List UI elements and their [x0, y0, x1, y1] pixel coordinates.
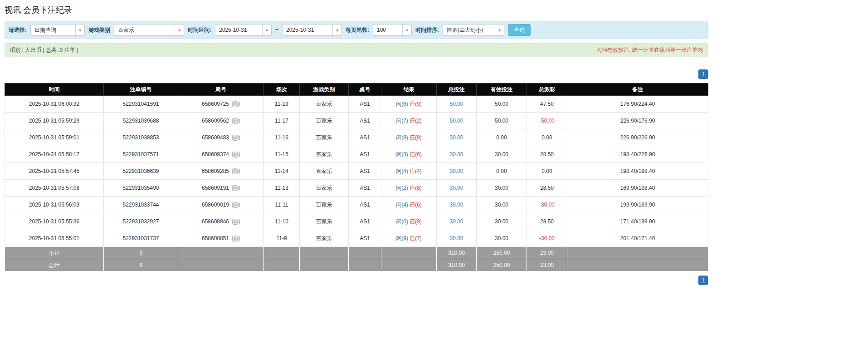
search-button[interactable]: 查询 [508, 24, 531, 36]
cell-empty [300, 259, 349, 271]
col-table: 桌号 [349, 84, 381, 96]
video-replay-icon[interactable] [232, 118, 240, 124]
cell-table: AS1 [349, 197, 381, 213]
video-replay-icon[interactable] [232, 236, 240, 242]
cell-empty [349, 247, 381, 259]
grand-total-total-bet: 310.00 [437, 259, 477, 271]
cell-round: 658609562 [178, 113, 264, 129]
video-replay-icon[interactable] [232, 152, 240, 158]
round-id: 658609725 [202, 101, 229, 107]
cell-bet-id: 522931036639 [104, 163, 178, 180]
cell-empty [381, 259, 437, 271]
cell-valid-bet: 30.00 [477, 180, 527, 197]
cell-session: 11-17 [264, 113, 300, 129]
table-row: 2025-10-31 05:57:08 522931035490 6586091… [5, 180, 708, 197]
total-bet-link[interactable]: 30.00 [449, 218, 463, 225]
result-banker: 庄(8) [410, 134, 422, 141]
cell-session: 11-15 [264, 146, 300, 163]
total-bet-link[interactable]: 50.00 [449, 118, 463, 124]
cell-game-type: 百家乐 [300, 163, 349, 180]
cell-result: 闲(8) 庄(8) [381, 129, 437, 146]
cell-time: 2025-10-31 05:59:01 [5, 129, 104, 146]
cell-game-type: 百家乐 [300, 230, 349, 247]
cell-empty [178, 259, 264, 271]
cell-payout: 0.00 [527, 129, 567, 146]
total-bet-link[interactable]: 30.00 [449, 134, 463, 141]
result-player: 闲(9) [396, 235, 408, 242]
total-bet-link[interactable]: 50.00 [449, 101, 463, 107]
cell-payout: -30.00 [527, 197, 567, 213]
cell-game-type: 百家乐 [300, 197, 349, 213]
chevron-down-icon: ▾ [332, 25, 341, 35]
cell-bet-id: 522931032927 [104, 213, 178, 230]
cell-payout: 47.50 [527, 96, 567, 113]
cell-table: AS1 [349, 180, 381, 197]
video-replay-icon[interactable] [232, 135, 240, 141]
cell-game-type: 百家乐 [300, 146, 349, 163]
table-row: 2025-10-31 05:56:03 522931033744 6586090… [5, 197, 708, 213]
cell-time: 2025-10-31 05:59:29 [5, 113, 104, 129]
cell-round: 658608851 [178, 230, 264, 247]
table-row: 2025-10-31 05:59:29 522931039688 6586095… [5, 113, 708, 129]
page-1-button[interactable]: 1 [698, 276, 708, 285]
video-replay-icon[interactable] [232, 185, 240, 191]
cell-bet-id: 522931041591 [104, 96, 178, 113]
cell-valid-bet: 50.00 [477, 96, 527, 113]
video-replay-icon[interactable] [232, 168, 240, 174]
page-size-value: 100 [373, 25, 402, 35]
total-bet-link[interactable]: 30.00 [449, 202, 463, 208]
query-type-select[interactable]: 日期查询 ▾ [30, 24, 85, 36]
total-bet-link[interactable]: 30.00 [449, 185, 463, 191]
cell-payout: 28.50 [527, 180, 567, 197]
total-bet-link[interactable]: 30.00 [449, 151, 463, 158]
cell-bet-id: 522931039688 [104, 113, 178, 129]
result-banker: 庄(7) [410, 235, 422, 242]
sort-select[interactable]: 降幂(由大到小) ▾ [443, 24, 504, 36]
col-total-bet: 总投注 [437, 84, 477, 96]
result-player: 闲(4) [396, 168, 408, 174]
cell-note: 226.90/226.90 [567, 129, 708, 146]
cell-result: 闲(7) 庄(2) [381, 113, 437, 129]
video-replay-icon[interactable] [232, 101, 240, 107]
cell-result: 闲(6) 庄(9) [381, 96, 437, 113]
date-from-picker[interactable]: 2025-10-31 ▾ [215, 24, 272, 36]
result-banker: 庄(9) [410, 101, 422, 107]
summary-bar: 币别 : 人民币 | 总共 :9 注单 | 同局有效投注, 统一计算在该局第一张… [5, 43, 708, 57]
cell-bet-id: 522931033744 [104, 197, 178, 213]
col-round: 局号 [178, 84, 264, 96]
total-bet-link[interactable]: 30.00 [449, 235, 463, 242]
col-time: 时间 [5, 84, 104, 96]
cell-bet-id: 522931037571 [104, 146, 178, 163]
cell-valid-bet: 30.00 [477, 230, 527, 247]
round-id: 658608946 [202, 218, 229, 225]
cell-empty [178, 247, 264, 259]
cell-time: 2025-10-31 05:55:36 [5, 213, 104, 230]
date-range-label: 时间区间: [188, 26, 211, 34]
page-size-label: 每页笔数: [346, 26, 369, 34]
video-replay-icon[interactable] [232, 202, 240, 208]
result-banker: 庄(4) [410, 168, 422, 174]
cell-time: 2025-10-31 05:55:01 [5, 230, 104, 247]
subtotal-row: 小计 9 310.00 250.00 23.00 [5, 247, 708, 259]
round-id: 658609562 [202, 118, 229, 124]
round-id: 658609483 [202, 134, 229, 141]
page-size-select[interactable]: 100 ▾ [373, 24, 412, 36]
cell-game-type: 百家乐 [300, 213, 349, 230]
result-player: 闲(7) [396, 118, 408, 124]
cell-round: 658609725 [178, 96, 264, 113]
date-range-separator: ~ [275, 27, 278, 33]
cell-table: AS1 [349, 146, 381, 163]
cell-total-bet: 30.00 [437, 213, 477, 230]
cell-note: 226.90/176.90 [567, 113, 708, 129]
cell-table: AS1 [349, 96, 381, 113]
game-type-label: 游戏类别 [88, 26, 110, 34]
video-replay-icon[interactable] [232, 219, 240, 225]
game-type-select[interactable]: 百家乐 ▾ [114, 24, 184, 36]
cell-valid-bet: 30.00 [477, 146, 527, 163]
table-row: 2025-10-31 05:55:01 522931031737 6586088… [5, 230, 708, 247]
total-bet-link[interactable]: 30.00 [449, 168, 463, 174]
page-1-button[interactable]: 1 [698, 69, 708, 79]
cell-total-bet: 30.00 [437, 163, 477, 180]
cell-empty [567, 259, 708, 271]
date-to-picker[interactable]: 2025-10-31 ▾ [282, 24, 342, 36]
